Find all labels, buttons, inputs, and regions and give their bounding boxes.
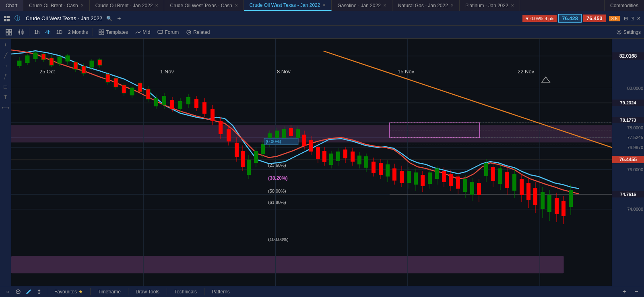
header-search-icon[interactable]: 🔍: [106, 16, 112, 21]
svg-rect-109: [261, 144, 265, 154]
settings-btn[interactable]: Settings: [616, 29, 641, 35]
tab-crude-wti-cash-close[interactable]: ✕: [235, 3, 238, 8]
tab-commodities[interactable]: Commodities: [604, 0, 644, 11]
minimize-btn[interactable]: ⊟: [623, 16, 629, 21]
tab-gasoline-jan2022-close[interactable]: ✕: [383, 3, 386, 8]
svg-rect-57: [58, 57, 62, 63]
tab-natgas-jan2022-close[interactable]: ✕: [450, 3, 454, 8]
svg-rect-65: [90, 61, 94, 67]
tab-platinum-jan2022-close[interactable]: ✕: [511, 3, 514, 8]
svg-rect-91: [194, 99, 198, 108]
svg-rect-49: [25, 56, 29, 63]
tab-crude-brent-cash-close[interactable]: ✕: [80, 3, 84, 8]
timeframe-2months[interactable]: 2 Months: [66, 29, 90, 36]
tab-crude-brent-jan2022[interactable]: Crude Oil Brent - Jan 2022 ✕: [90, 0, 165, 11]
grid-icon[interactable]: [2, 14, 11, 23]
toolbar-sep-2: [93, 28, 93, 36]
tab-natgas-jan2022-label: Natural Gas - Jan 2022: [398, 3, 448, 8]
chart-svg: 25 Oct 1 Nov 8 Nov 15 Nov 22 Nov (0.00%)…: [11, 39, 612, 286]
svg-rect-6: [6, 33, 8, 35]
svg-text:(61.80%): (61.80%): [268, 200, 286, 205]
svg-rect-107: [254, 151, 258, 163]
sidebar-line-icon[interactable]: ╱: [1, 51, 10, 60]
svg-rect-161: [442, 171, 446, 182]
svg-rect-87: [178, 101, 182, 109]
templates-btn[interactable]: Templates: [95, 29, 131, 36]
header-add-icon[interactable]: +: [117, 15, 121, 22]
svg-rect-181: [512, 174, 516, 191]
tab-crude-brent-cash-label: Crude Oil Brent - Cash: [29, 3, 78, 8]
toolbar-candle-icon[interactable]: [15, 27, 27, 38]
svg-rect-159: [435, 168, 439, 179]
price-display: ▼ 0.05% 4 pts 76.428 76.453 3.5 ⊟ ⊡ ✕: [522, 14, 642, 23]
tab-crude-wti-jan2022-close[interactable]: ✕: [322, 3, 326, 7]
svg-rect-79: [146, 89, 150, 99]
templates-label: Templates: [106, 29, 128, 35]
svg-rect-1: [7, 16, 10, 18]
sidebar-rect-icon[interactable]: □: [1, 82, 10, 91]
related-label: Related: [193, 29, 210, 35]
status-arrow-icon[interactable]: [35, 287, 43, 296]
svg-rect-115: [282, 129, 286, 138]
toolbar-grid-icon[interactable]: [3, 27, 14, 38]
tab-platinum-jan2022-label: Platinum - Jan 2022: [465, 3, 508, 8]
sidebar-text-icon[interactable]: T: [1, 93, 10, 102]
draw-tools-btn[interactable]: Draw Tools: [132, 288, 163, 295]
tab-crude-wti-jan2022[interactable]: Crude Oil West Texas - Jan 2022 ✕: [244, 0, 332, 11]
timeframe-status-btn[interactable]: Timeframe: [94, 288, 125, 295]
technicals-btn[interactable]: Technicals: [170, 288, 201, 295]
tab-chart[interactable]: Chart: [0, 0, 23, 11]
svg-rect-131: [336, 152, 340, 161]
status-cross-icon[interactable]: [14, 287, 23, 296]
mid-btn[interactable]: Mid: [132, 29, 153, 36]
svg-rect-139: [364, 156, 368, 168]
svg-rect-117: [289, 128, 293, 136]
zoom-out-icon[interactable]: −: [632, 287, 641, 296]
svg-rect-95: [211, 109, 215, 121]
svg-rect-101: [235, 143, 239, 157]
timeframe-4h[interactable]: 4h: [43, 29, 53, 36]
timeframe-1d[interactable]: 1D: [54, 29, 65, 36]
status-pen-icon[interactable]: [24, 287, 33, 296]
tab-crude-wti-cash[interactable]: Crude Oil West Texas - Cash ✕: [164, 0, 244, 11]
svg-rect-31: [11, 256, 564, 273]
svg-rect-195: [561, 201, 566, 216]
svg-text:22 Nov: 22 Nov: [518, 69, 535, 75]
status-circle-icon[interactable]: ○: [3, 287, 12, 296]
mid-label: Mid: [142, 29, 150, 35]
sidebar-measure-icon[interactable]: ⟷: [1, 103, 10, 112]
svg-rect-163: [449, 174, 453, 186]
sidebar-crosshair-icon[interactable]: +: [1, 40, 10, 49]
sidebar-ray-icon[interactable]: →: [1, 61, 10, 70]
forum-btn[interactable]: Forum: [154, 29, 182, 36]
svg-rect-197: [569, 190, 573, 207]
svg-rect-123: [309, 140, 313, 152]
tab-natgas-jan2022[interactable]: Natural Gas - Jan 2022 ✕: [392, 0, 460, 11]
status-sep-2: [90, 288, 91, 295]
svg-text:(50.00%): (50.00%): [268, 189, 286, 193]
svg-rect-97: [219, 121, 223, 134]
close-btn[interactable]: ✕: [636, 16, 642, 21]
zoom-in-icon[interactable]: +: [620, 287, 629, 296]
info-icon[interactable]: ⓘ: [13, 14, 22, 23]
timeframe-1h[interactable]: 1h: [32, 29, 42, 36]
patterns-btn[interactable]: Patterns: [208, 288, 234, 295]
related-btn[interactable]: Related: [183, 29, 213, 36]
favourites-btn[interactable]: Favourites ★: [50, 288, 87, 295]
svg-rect-175: [491, 167, 495, 181]
sidebar-fib-icon[interactable]: ƒ: [1, 72, 10, 81]
price-7923: 79.2324: [612, 100, 644, 106]
svg-rect-19: [11, 39, 612, 286]
tab-commodities-label: Commodities: [610, 3, 638, 8]
tab-gasoline-jan2022[interactable]: Gasoline - Jan 2022 ✕: [332, 0, 392, 11]
tab-crude-brent-cash[interactable]: Crude Oil Brent - Cash ✕: [23, 0, 89, 11]
patterns-label: Patterns: [212, 289, 230, 295]
svg-rect-145: [386, 164, 390, 177]
restore-btn[interactable]: ⊡: [630, 16, 635, 21]
tab-platinum-jan2022[interactable]: Platinum - Jan 2022 ✕: [460, 0, 520, 11]
svg-rect-4: [6, 29, 8, 32]
price-74: 74.0000: [627, 207, 643, 212]
svg-rect-5: [9, 29, 12, 32]
svg-rect-81: [154, 98, 158, 106]
tab-crude-brent-jan2022-close[interactable]: ✕: [155, 3, 158, 8]
